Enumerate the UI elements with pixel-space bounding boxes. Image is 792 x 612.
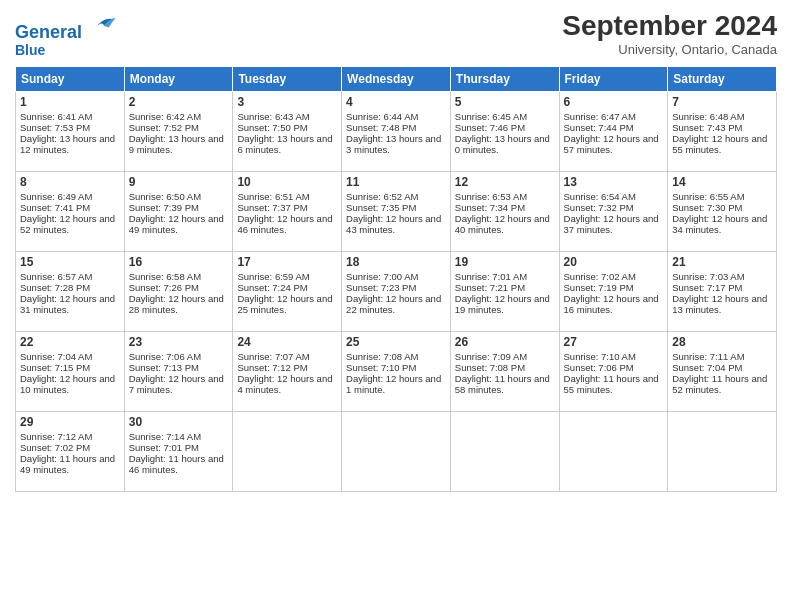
day-number: 5 [455,95,555,109]
sunset: Sunset: 7:32 PM [564,202,634,213]
sunrise: Sunrise: 6:50 AM [129,191,201,202]
day-number: 2 [129,95,229,109]
day-number: 22 [20,335,120,349]
calendar-cell: 2Sunrise: 6:42 AMSunset: 7:52 PMDaylight… [124,92,233,172]
calendar-table: SundayMondayTuesdayWednesdayThursdayFrid… [15,66,777,492]
sunset: Sunset: 7:23 PM [346,282,416,293]
sunset: Sunset: 7:26 PM [129,282,199,293]
day-header-tuesday: Tuesday [233,67,342,92]
daylight: Daylight: 12 hours and 55 minutes. [672,133,767,155]
daylight: Daylight: 12 hours and 25 minutes. [237,293,332,315]
day-number: 19 [455,255,555,269]
sunset: Sunset: 7:39 PM [129,202,199,213]
calendar-cell: 24Sunrise: 7:07 AMSunset: 7:12 PMDayligh… [233,332,342,412]
daylight: Daylight: 12 hours and 10 minutes. [20,373,115,395]
daylight: Daylight: 12 hours and 49 minutes. [129,213,224,235]
sunrise: Sunrise: 7:02 AM [564,271,636,282]
day-number: 11 [346,175,446,189]
logo-blue: Blue [15,43,117,58]
calendar-cell: 18Sunrise: 7:00 AMSunset: 7:23 PMDayligh… [342,252,451,332]
sunrise: Sunrise: 7:07 AM [237,351,309,362]
sunset: Sunset: 7:24 PM [237,282,307,293]
day-number: 8 [20,175,120,189]
day-header-monday: Monday [124,67,233,92]
day-number: 18 [346,255,446,269]
header: General Blue September 2024 University, … [15,10,777,58]
calendar-cell: 25Sunrise: 7:08 AMSunset: 7:10 PMDayligh… [342,332,451,412]
daylight: Daylight: 13 hours and 0 minutes. [455,133,550,155]
daylight: Daylight: 12 hours and 16 minutes. [564,293,659,315]
calendar-cell: 23Sunrise: 7:06 AMSunset: 7:13 PMDayligh… [124,332,233,412]
calendar-cell: 11Sunrise: 6:52 AMSunset: 7:35 PMDayligh… [342,172,451,252]
sunrise: Sunrise: 6:53 AM [455,191,527,202]
sunset: Sunset: 7:44 PM [564,122,634,133]
calendar-page: General Blue September 2024 University, … [0,0,792,612]
sunrise: Sunrise: 6:48 AM [672,111,744,122]
day-header-saturday: Saturday [668,67,777,92]
week-row-4: 22Sunrise: 7:04 AMSunset: 7:15 PMDayligh… [16,332,777,412]
day-number: 14 [672,175,772,189]
sunrise: Sunrise: 6:41 AM [20,111,92,122]
calendar-cell: 1Sunrise: 6:41 AMSunset: 7:53 PMDaylight… [16,92,125,172]
sunset: Sunset: 7:01 PM [129,442,199,453]
daylight: Daylight: 12 hours and 19 minutes. [455,293,550,315]
daylight: Daylight: 12 hours and 13 minutes. [672,293,767,315]
sunset: Sunset: 7:28 PM [20,282,90,293]
sunrise: Sunrise: 6:55 AM [672,191,744,202]
sunrise: Sunrise: 6:42 AM [129,111,201,122]
day-header-friday: Friday [559,67,668,92]
day-number: 6 [564,95,664,109]
sunrise: Sunrise: 7:08 AM [346,351,418,362]
sunset: Sunset: 7:10 PM [346,362,416,373]
sunset: Sunset: 7:53 PM [20,122,90,133]
day-number: 1 [20,95,120,109]
calendar-cell: 27Sunrise: 7:10 AMSunset: 7:06 PMDayligh… [559,332,668,412]
sunset: Sunset: 7:30 PM [672,202,742,213]
calendar-cell: 3Sunrise: 6:43 AMSunset: 7:50 PMDaylight… [233,92,342,172]
sunrise: Sunrise: 7:14 AM [129,431,201,442]
daylight: Daylight: 12 hours and 40 minutes. [455,213,550,235]
sunrise: Sunrise: 7:00 AM [346,271,418,282]
calendar-cell [559,412,668,492]
calendar-cell: 26Sunrise: 7:09 AMSunset: 7:08 PMDayligh… [450,332,559,412]
calendar-cell: 9Sunrise: 6:50 AMSunset: 7:39 PMDaylight… [124,172,233,252]
calendar-cell: 21Sunrise: 7:03 AMSunset: 7:17 PMDayligh… [668,252,777,332]
sunset: Sunset: 7:34 PM [455,202,525,213]
sunrise: Sunrise: 6:49 AM [20,191,92,202]
calendar-cell [450,412,559,492]
day-number: 21 [672,255,772,269]
sunrise: Sunrise: 6:51 AM [237,191,309,202]
sunset: Sunset: 7:04 PM [672,362,742,373]
daylight: Daylight: 11 hours and 52 minutes. [672,373,767,395]
calendar-cell: 13Sunrise: 6:54 AMSunset: 7:32 PMDayligh… [559,172,668,252]
daylight: Daylight: 11 hours and 58 minutes. [455,373,550,395]
sunrise: Sunrise: 6:57 AM [20,271,92,282]
week-row-2: 8Sunrise: 6:49 AMSunset: 7:41 PMDaylight… [16,172,777,252]
logo-text: General [15,10,117,43]
daylight: Daylight: 13 hours and 6 minutes. [237,133,332,155]
location: University, Ontario, Canada [562,42,777,57]
day-header-wednesday: Wednesday [342,67,451,92]
day-number: 25 [346,335,446,349]
sunset: Sunset: 7:06 PM [564,362,634,373]
calendar-cell [233,412,342,492]
sunset: Sunset: 7:08 PM [455,362,525,373]
day-number: 3 [237,95,337,109]
sunrise: Sunrise: 6:58 AM [129,271,201,282]
day-number: 30 [129,415,229,429]
sunrise: Sunrise: 7:06 AM [129,351,201,362]
sunset: Sunset: 7:46 PM [455,122,525,133]
sunset: Sunset: 7:13 PM [129,362,199,373]
sunrise: Sunrise: 7:09 AM [455,351,527,362]
sunset: Sunset: 7:43 PM [672,122,742,133]
day-number: 29 [20,415,120,429]
daylight: Daylight: 12 hours and 1 minute. [346,373,441,395]
calendar-cell: 4Sunrise: 6:44 AMSunset: 7:48 PMDaylight… [342,92,451,172]
daylight: Daylight: 12 hours and 34 minutes. [672,213,767,235]
sunset: Sunset: 7:02 PM [20,442,90,453]
calendar-cell: 19Sunrise: 7:01 AMSunset: 7:21 PMDayligh… [450,252,559,332]
calendar-cell: 14Sunrise: 6:55 AMSunset: 7:30 PMDayligh… [668,172,777,252]
calendar-cell: 7Sunrise: 6:48 AMSunset: 7:43 PMDaylight… [668,92,777,172]
sunset: Sunset: 7:48 PM [346,122,416,133]
calendar-cell: 10Sunrise: 6:51 AMSunset: 7:37 PMDayligh… [233,172,342,252]
